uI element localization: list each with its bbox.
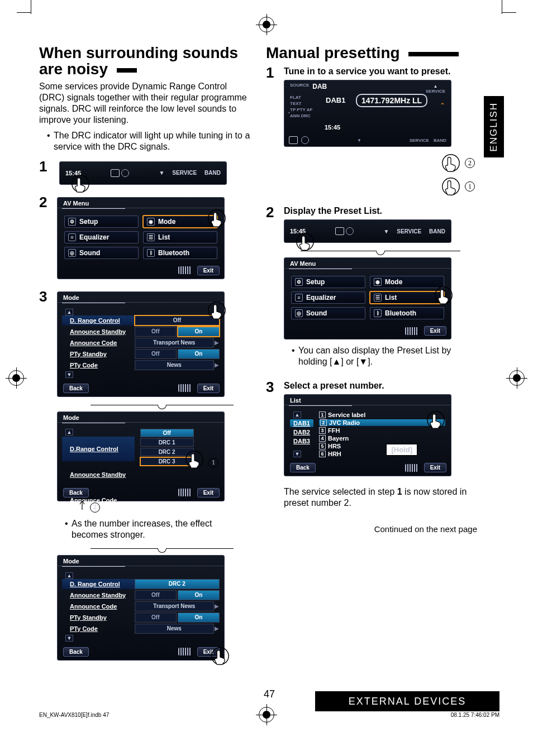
home-icon[interactable] bbox=[289, 136, 298, 144]
crop-mark bbox=[502, 12, 516, 13]
frequency-display: 1471.792MHz LL bbox=[356, 94, 427, 107]
seg-on[interactable]: On bbox=[178, 590, 220, 600]
seg-off[interactable]: Off bbox=[135, 613, 177, 623]
cycle-arrow-icon[interactable]: ▶ bbox=[214, 624, 220, 634]
gear-icon[interactable] bbox=[346, 227, 354, 235]
scroll-up-icon[interactable]: ▲ bbox=[65, 309, 73, 315]
home-icon[interactable] bbox=[111, 169, 120, 177]
gear-icon[interactable] bbox=[121, 169, 129, 177]
tap-hand-icon bbox=[206, 300, 227, 321]
exit-button[interactable]: Exit bbox=[197, 488, 220, 497]
caret-up-icon[interactable]: ⌃ bbox=[440, 102, 445, 109]
drc-option-1[interactable]: DRC 1 bbox=[140, 438, 194, 447]
service-bottom[interactable]: SERVICE bbox=[410, 138, 429, 143]
back-button[interactable]: Back bbox=[63, 488, 89, 497]
menu-setup[interactable]: ⚙Setup bbox=[291, 276, 365, 288]
service-row[interactable]: 5HRS bbox=[319, 443, 445, 449]
bars-icon bbox=[178, 489, 192, 496]
callout-arrow bbox=[77, 501, 88, 514]
bars-icon bbox=[178, 384, 192, 392]
menu-sound[interactable]: ◎Sound bbox=[64, 247, 139, 259]
exit-button[interactable]: Exit bbox=[424, 326, 446, 336]
service-row[interactable]: 6HRH bbox=[319, 451, 445, 457]
down-arrow-icon[interactable]: ▼ bbox=[357, 138, 361, 143]
mode-value-news[interactable]: News bbox=[135, 360, 214, 370]
menu-bluetooth[interactable]: ᛒBluetooth bbox=[143, 247, 217, 259]
mode-row-announce-standby[interactable]: Announce Standby bbox=[62, 462, 135, 487]
band-tab[interactable]: BAND bbox=[429, 228, 445, 235]
band-dab1[interactable]: DAB1 bbox=[290, 419, 313, 427]
scroll-down-icon[interactable]: ▼ bbox=[293, 451, 301, 457]
back-button[interactable]: Back bbox=[290, 463, 316, 472]
menu-list[interactable]: ☰List bbox=[143, 231, 217, 243]
service-tab[interactable]: SERVICE bbox=[397, 228, 421, 235]
crop-mark bbox=[31, 0, 31, 14]
mode-value-drc2[interactable]: DRC 2 bbox=[135, 579, 220, 589]
equalizer-icon: ≡ bbox=[295, 294, 303, 302]
mode-row-announce-standby[interactable]: Announce Standby bbox=[62, 590, 135, 600]
menu-sound[interactable]: ◎Sound bbox=[291, 307, 365, 319]
band-tab[interactable]: BAND bbox=[204, 170, 221, 176]
seg-off[interactable]: Off bbox=[135, 349, 177, 359]
scroll-up-icon[interactable]: ▲ bbox=[65, 572, 73, 579]
mode-row-pty-standby[interactable]: PTy Standby bbox=[62, 613, 135, 623]
mode-value-transport[interactable]: Transport News bbox=[135, 601, 214, 611]
cycle-arrow-icon[interactable]: ▶ bbox=[214, 338, 220, 348]
seg-off[interactable]: Off bbox=[135, 590, 177, 600]
scroll-down-icon[interactable]: ▼ bbox=[65, 371, 73, 378]
mode-row-drange[interactable]: D.Range Control bbox=[62, 437, 135, 461]
service-tab[interactable]: SERVICE bbox=[172, 170, 197, 176]
down-arrow-icon[interactable]: ▼ bbox=[159, 170, 164, 176]
seg-off[interactable]: Off bbox=[135, 327, 177, 337]
seg-on[interactable]: On bbox=[178, 349, 220, 359]
scroll-up-icon[interactable]: ▲ bbox=[293, 412, 301, 418]
menu-bluetooth[interactable]: ᛒBluetooth bbox=[370, 307, 444, 319]
mode-row-announce-code[interactable]: Announce Code bbox=[62, 601, 135, 611]
callout-2: 2 bbox=[465, 158, 475, 168]
back-button[interactable]: Back bbox=[63, 647, 89, 657]
exit-button[interactable]: Exit bbox=[197, 384, 220, 393]
tap-hand-icon bbox=[440, 152, 461, 174]
drc-option-off[interactable]: Off bbox=[140, 429, 194, 437]
band-dab2[interactable]: DAB2 bbox=[290, 428, 313, 436]
footer-time: 08.1.25 7:46:02 PM bbox=[451, 712, 499, 718]
cycle-arrow-icon[interactable]: ▶ bbox=[214, 601, 220, 611]
home-icon[interactable] bbox=[335, 227, 344, 235]
band-dab3[interactable]: DAB3 bbox=[290, 437, 313, 445]
mode-row-announce-standby[interactable]: Announce Standby bbox=[62, 327, 135, 337]
step-number: 2 bbox=[266, 204, 278, 221]
service-row[interactable]: 4Bayern bbox=[319, 435, 445, 442]
exit-button[interactable]: Exit bbox=[424, 463, 446, 472]
menu-setup[interactable]: ⚙Setup bbox=[64, 216, 139, 228]
scroll-up-icon[interactable]: ▲ bbox=[65, 429, 73, 436]
panel-title: AV Menu bbox=[58, 198, 224, 208]
mode-row-pty-code[interactable]: PTy Code bbox=[62, 624, 135, 634]
mode-row-pty-standby[interactable]: PTy Standby bbox=[62, 349, 135, 359]
seg-on[interactable]: On bbox=[178, 613, 220, 623]
indicator-list: FLAT TEXT TP PTY AF ANN DRC bbox=[290, 95, 312, 118]
mode-row-drange[interactable]: D. Range Control bbox=[62, 579, 135, 589]
menu-equalizer[interactable]: ≡Equalizer bbox=[291, 291, 365, 304]
mode-row-drange[interactable]: D. Range Control bbox=[62, 315, 135, 326]
cycle-arrow-icon[interactable]: ▶ bbox=[214, 360, 220, 370]
up-arrow-icon[interactable]: ▲ bbox=[434, 84, 438, 89]
bluetooth-icon: ᛒ bbox=[374, 309, 382, 317]
mode-drc-panel: Mode ▲ D.Range Control Announce Standby … bbox=[57, 412, 225, 501]
mode-icon: ◉ bbox=[374, 278, 382, 286]
left-arrow-icon[interactable]: ⌄ bbox=[287, 108, 291, 114]
footer-file: EN_KW-AVX810[E]f.indb 47 bbox=[39, 712, 109, 718]
menu-equalizer[interactable]: ≡Equalizer bbox=[64, 231, 139, 243]
gear-icon[interactable] bbox=[301, 136, 309, 144]
step-2-label: Display the Preset List. bbox=[284, 206, 477, 216]
scroll-down-icon[interactable]: ▼ bbox=[65, 635, 73, 642]
mode-value-news[interactable]: News bbox=[135, 624, 214, 634]
seg-on[interactable]: On bbox=[178, 327, 220, 337]
down-arrow-icon[interactable]: ▼ bbox=[383, 228, 389, 235]
mode-value-transport[interactable]: Transport News bbox=[135, 338, 214, 348]
mode-row-pty-code[interactable]: PTy Code bbox=[62, 360, 135, 370]
exit-button[interactable]: Exit bbox=[197, 266, 220, 275]
list-icon: ☰ bbox=[147, 233, 155, 241]
back-button[interactable]: Back bbox=[63, 384, 89, 393]
mode-row-announce-code[interactable]: Announce Code bbox=[62, 338, 135, 348]
band-bottom[interactable]: BAND bbox=[434, 138, 446, 143]
